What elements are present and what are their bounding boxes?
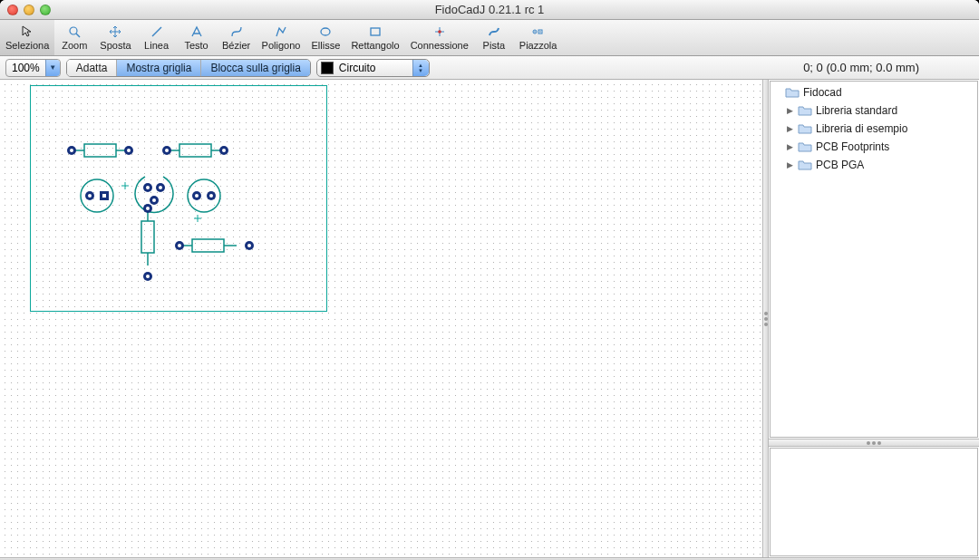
horizontal-splitter[interactable]	[769, 439, 979, 447]
tool-label: Linea	[144, 40, 169, 51]
svg-point-13	[539, 31, 541, 33]
svg-point-37	[165, 149, 169, 152]
secondary-toolbar: 100% ▼ Adatta Mostra griglia Blocca sull…	[0, 56, 979, 80]
pad-icon	[530, 24, 547, 39]
vertical-splitter[interactable]	[762, 80, 769, 557]
window-title: FidoCadJ 0.21.1 rc 1	[0, 3, 979, 16]
tree-label: PCB Footprints	[814, 140, 889, 153]
tool-zoom[interactable]: Zoom	[54, 20, 94, 55]
app-window: FidoCadJ 0.21.1 rc 1 Seleziona Zoom Spos…	[0, 0, 979, 560]
zoom-combo[interactable]: 100% ▼	[5, 59, 61, 77]
tool-bezier[interactable]: Bézier	[217, 20, 257, 55]
triangle-right-icon: ▶	[787, 106, 796, 115]
folder-icon	[798, 104, 812, 117]
line-icon	[149, 24, 165, 39]
svg-point-57	[146, 275, 150, 278]
tool-label: Ellisse	[312, 40, 341, 51]
svg-line-4	[152, 27, 161, 36]
svg-point-45	[146, 186, 150, 189]
svg-point-55	[146, 207, 150, 210]
tree-item[interactable]: ▶ PCB PGA	[771, 156, 977, 174]
layer-combo[interactable]: Circuito ▲▼	[316, 59, 430, 77]
cursor-status: 0; 0 (0.0 mm; 0.0 mm)	[803, 61, 919, 74]
tool-linea[interactable]: Linea	[137, 20, 177, 55]
svg-point-49	[152, 198, 156, 202]
tree-label: Fidocad	[801, 86, 842, 99]
tool-label: Piazzola	[519, 40, 557, 51]
tree-label: Libreria standard	[814, 104, 897, 117]
folder-icon	[785, 86, 800, 99]
svg-rect-18	[179, 144, 211, 157]
svg-point-61	[247, 244, 251, 247]
tree-label: PCB PGA	[814, 159, 864, 171]
tool-testo[interactable]: Testo	[177, 20, 217, 55]
tool-label: Connessione	[411, 40, 469, 51]
svg-rect-43	[102, 194, 106, 198]
titlebar[interactable]: FidoCadJ 0.21.1 rc 1	[0, 0, 979, 20]
view-segment: Adatta Mostra griglia Blocca sulla grigl…	[66, 59, 311, 77]
main-toolbar: Seleziona Zoom Sposta Linea Testo	[0, 20, 979, 56]
snap-grid-button[interactable]: Blocca sulla griglia	[201, 60, 309, 76]
tool-label: Rettangolo	[351, 40, 399, 51]
drawing-canvas[interactable]	[0, 80, 762, 557]
tool-label: Bézier	[222, 40, 250, 51]
tool-ellisse[interactable]: Ellisse	[305, 20, 345, 55]
tool-sposta[interactable]: Sposta	[94, 20, 136, 55]
component-preview	[770, 448, 978, 556]
triangle-right-icon: ▶	[787, 142, 796, 151]
tool-label: Sposta	[100, 40, 131, 51]
tree-item[interactable]: ▶ Libreria standard	[771, 101, 977, 120]
svg-point-5	[321, 28, 330, 35]
svg-point-47	[159, 186, 162, 189]
library-panel: Fidocad ▶ Libreria standard ▶ Libreria d…	[769, 80, 979, 557]
cursor-icon	[19, 24, 35, 39]
rect-icon	[367, 24, 383, 39]
tree-label: Libreria di esempio	[814, 122, 907, 135]
zoom-value: 100%	[6, 62, 45, 74]
svg-rect-30	[192, 239, 224, 252]
show-grid-button[interactable]: Mostra griglia	[117, 60, 201, 76]
tool-connessione[interactable]: Connessione	[405, 20, 474, 55]
tree-item[interactable]: ▶ Libreria di esempio	[771, 120, 977, 138]
fit-button[interactable]: Adatta	[67, 60, 118, 76]
svg-rect-6	[371, 28, 380, 35]
bezier-icon	[228, 24, 245, 39]
tool-label: Poligono	[262, 40, 301, 51]
updown-icon: ▲▼	[412, 60, 429, 76]
tool-rettangolo[interactable]: Rettangolo	[345, 20, 404, 55]
svg-line-1	[76, 34, 80, 37]
tool-label: Testo	[184, 40, 208, 51]
svg-rect-27	[141, 221, 154, 253]
svg-point-12	[534, 31, 536, 33]
folder-icon	[798, 140, 812, 153]
folder-icon	[798, 122, 812, 135]
svg-point-53	[209, 194, 213, 198]
tool-seleziona[interactable]: Seleziona	[0, 20, 54, 55]
tool-piazzola[interactable]: Piazzola	[514, 20, 563, 55]
magnifier-icon	[66, 24, 82, 39]
svg-rect-15	[84, 144, 116, 157]
svg-point-33	[70, 149, 73, 152]
tool-label: Seleziona	[5, 40, 49, 51]
svg-point-51	[195, 194, 199, 198]
chevron-down-icon: ▼	[45, 60, 60, 76]
library-tree[interactable]: Fidocad ▶ Libreria standard ▶ Libreria d…	[770, 81, 978, 438]
svg-point-35	[127, 149, 131, 152]
triangle-right-icon: ▶	[787, 124, 796, 133]
triangle-right-icon: ▶	[787, 160, 796, 169]
workarea: Fidocad ▶ Libreria standard ▶ Libreria d…	[0, 80, 979, 557]
layer-name: Circuito	[334, 62, 412, 74]
tool-pista[interactable]: Pista	[474, 20, 514, 55]
connection-icon	[431, 24, 448, 39]
layer-color-swatch	[321, 62, 334, 74]
text-icon	[189, 24, 205, 39]
tool-poligono[interactable]: Poligono	[257, 20, 306, 55]
tree-root[interactable]: Fidocad	[771, 83, 977, 101]
svg-point-39	[222, 149, 226, 152]
ellipse-icon	[317, 24, 334, 39]
tree-item[interactable]: ▶ PCB Footprints	[771, 138, 977, 156]
move-icon	[107, 24, 123, 39]
tool-label: Pista	[483, 40, 505, 51]
svg-point-9	[438, 30, 441, 34]
folder-icon	[798, 159, 812, 171]
